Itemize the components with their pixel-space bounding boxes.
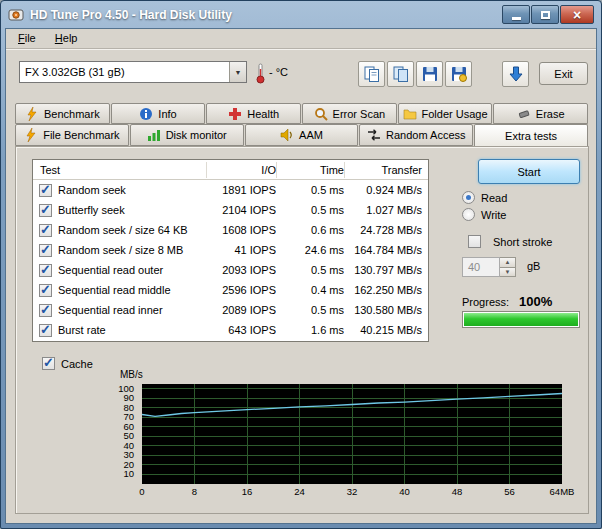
table-row[interactable]: Random seek 1891 IOPS 0.5 ms 0.924 MB/s [33,180,428,200]
progress-bar [462,311,580,328]
test-checkbox[interactable] [39,304,52,317]
window-body: File Help FX 3.032GB (31 gB) ▼ - °C [5,28,597,524]
save-text-button[interactable] [416,61,443,87]
table-header: Test I/O Time Transfer [33,160,428,180]
test-io: 2596 IOPS [206,284,276,296]
y-axis-tick-label: 10 [16,468,134,479]
test-time: 0.5 ms [276,204,344,216]
test-checkbox[interactable] [39,204,52,217]
test-time: 24.6 ms [276,244,344,256]
spinner-down-icon[interactable]: ▼ [500,268,516,278]
y-axis-tick-label: 40 [16,440,134,451]
copy-image-icon [392,65,410,83]
y-axis-tick-label: 100 [16,383,134,394]
table-row[interactable]: Sequential read outer 2093 IOPS 0.5 ms 1… [33,260,428,280]
cache-label: Cache [61,358,93,370]
close-button[interactable]: × [560,5,594,24]
x-axis-tick-label: 32 [347,486,358,497]
tab-strip: Benchmark Info Health [15,103,589,146]
table-row[interactable]: Sequential read inner 2089 IOPS 0.5 ms 1… [33,300,428,320]
minimize-button[interactable] [502,5,530,24]
tab-random-access[interactable]: Random Access [359,124,473,146]
y-axis-tick-label: 30 [16,449,134,460]
test-checkbox[interactable] [39,264,52,277]
tab-label: Folder Usage [422,108,488,120]
tab-disk-monitor[interactable]: Disk monitor [130,124,244,146]
tab-info[interactable]: Info [111,103,206,124]
folder-icon [403,107,417,121]
tab-label: File Benchmark [43,129,119,141]
copy-image-button[interactable] [387,61,414,87]
read-radio[interactable] [462,191,475,204]
y-axis-tick-label: 20 [16,459,134,470]
test-io: 41 IOPS [206,244,276,256]
table-row[interactable]: Sequential read middle 2596 IOPS 0.4 ms … [33,280,428,300]
maximize-button[interactable] [531,5,559,24]
short-stroke-option[interactable]: Short stroke [462,235,552,248]
copy-text-button[interactable] [358,61,385,87]
short-stroke-checkbox[interactable] [468,235,481,248]
start-button[interactable]: Start [478,159,580,184]
info-icon [139,107,153,121]
menu-file[interactable]: File [10,29,44,46]
cache-option[interactable]: Cache [42,357,93,370]
y-axis-tick-label: 70 [16,411,134,422]
test-checkbox[interactable] [39,184,52,197]
extra-tests-panel: Test I/O Time Transfer Random seek 1891 … [15,146,589,514]
save-image-button[interactable] [445,61,472,87]
test-checkbox[interactable] [39,224,52,237]
menu-help[interactable]: Help [47,29,86,46]
test-checkbox[interactable] [39,284,52,297]
tab-row-1: Benchmark Info Health [15,103,589,124]
table-row[interactable]: Burst rate 643 IOPS 1.6 ms 40.215 MB/s [33,320,428,340]
table-row[interactable]: Butterfly seek 2104 IOPS 0.5 ms 1.027 MB… [33,200,428,220]
test-checkbox[interactable] [39,324,52,337]
chevron-down-icon[interactable]: ▼ [229,62,246,82]
header-transfer: Transfer [344,162,428,178]
tab-folder-usage[interactable]: Folder Usage [398,103,493,124]
y-axis-tick-label: 60 [16,421,134,432]
download-button[interactable] [502,61,529,87]
short-stroke-size-value[interactable]: 40 [462,257,500,277]
header-time: Time [276,162,344,178]
eraser-icon [517,107,531,121]
x-axis-tick-label: 24 [294,486,305,497]
magnifier-icon [314,107,328,121]
tab-aam[interactable]: AAM [245,124,359,146]
tab-erase[interactable]: Erase [493,103,588,124]
title-bar[interactable]: HD Tune Pro 4.50 - Hard Disk Utility × [1,1,601,28]
drive-select-dropdown[interactable]: FX 3.032GB (31 gB) ▼ [19,61,247,83]
table-row[interactable]: Random seek / size 64 KB 1608 IOPS 0.6 m… [33,220,428,240]
thermometer-icon [255,62,266,84]
cache-checkbox[interactable] [42,357,55,370]
read-option[interactable]: Read [462,191,507,204]
test-time: 0.5 ms [276,184,344,196]
write-radio[interactable] [462,208,475,221]
table-row[interactable]: Random seek / size 8 MB 41 IOPS 24.6 ms … [33,240,428,260]
tab-error-scan[interactable]: Error Scan [302,103,397,124]
test-results-table: Test I/O Time Transfer Random seek 1891 … [32,159,429,342]
test-transfer: 130.797 MB/s [344,264,428,276]
transfer-rate-chart [142,384,562,484]
exit-button-label: Exit [554,68,572,80]
tab-health[interactable]: Health [206,103,301,124]
write-option[interactable]: Write [462,208,506,221]
tab-extra-tests[interactable]: Extra tests [474,124,588,146]
spinner-up-icon[interactable]: ▲ [500,257,516,268]
header-test: Test [33,164,206,176]
tab-benchmark[interactable]: Benchmark [15,103,110,124]
y-axis-tick-label: 80 [16,402,134,413]
test-name: Random seek / size 64 KB [58,224,206,236]
toolbar-buttons [358,61,529,87]
short-stroke-size-stepper[interactable]: 40 ▲ ▼ [462,257,516,277]
copy-text-icon [363,65,381,83]
progress-readout: Progress: 100% [462,294,552,309]
exit-button[interactable]: Exit [539,62,588,85]
test-checkbox[interactable] [39,244,52,257]
test-io: 1891 IOPS [206,184,276,196]
test-name: Sequential read outer [58,264,206,276]
x-axis-tick-label: 64MB [550,486,575,497]
progress-label: Progress: [462,296,509,308]
tab-file-benchmark[interactable]: File Benchmark [15,124,129,146]
bar-chart-icon [147,128,161,142]
